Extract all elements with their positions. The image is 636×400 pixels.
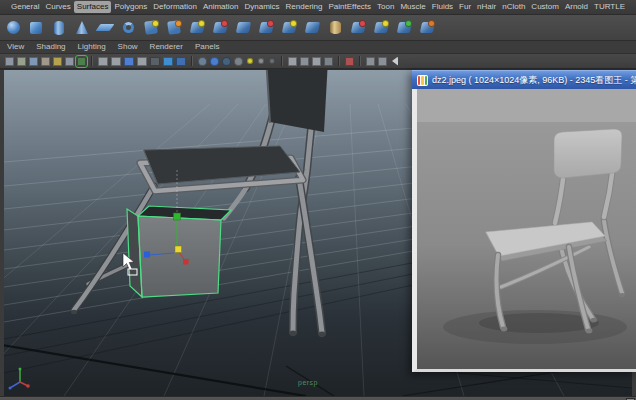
time-slider[interactable] [0, 396, 636, 400]
detach-surfaces-icon[interactable] [372, 19, 390, 37]
image-viewer-window: dz2.jpeg ( 1024×1024像素, 96KB) - 2345看图王 … [412, 70, 636, 372]
nurbs-sphere-icon[interactable] [4, 19, 22, 37]
toolbar-separator [91, 56, 93, 66]
panel-menu-panels[interactable]: Panels [195, 42, 219, 52]
motion-blur-icon[interactable] [176, 57, 186, 66]
menu-item-ncloth[interactable]: nCloth [499, 1, 528, 13]
panel-menu-view[interactable]: View [7, 42, 24, 52]
smooth-shade-icon[interactable] [111, 57, 121, 66]
revolve-icon[interactable] [188, 19, 206, 37]
workspace: persp dz2.jpeg ( 1024×1024像素, 96KB) - 23… [0, 69, 636, 396]
menu-item-curves[interactable]: Curves [42, 1, 73, 13]
select-camera-icon[interactable] [5, 57, 14, 66]
gamma-icon[interactable] [378, 57, 387, 66]
surfaces-shelf [0, 15, 636, 41]
nurbs-torus-icon[interactable] [119, 19, 137, 37]
menu-item-muscle[interactable]: Muscle [397, 1, 428, 13]
nurbs-cube-icon[interactable] [27, 19, 45, 37]
menu-item-polygons[interactable]: Polygons [111, 1, 150, 13]
scale-y-handle[interactable] [174, 213, 181, 220]
wireframe-icon[interactable] [98, 57, 108, 66]
panel-menubar: ViewShadingLightingShowRendererPanels [0, 41, 636, 54]
shadows-icon[interactable] [150, 57, 160, 66]
maya-window: GeneralCurvesSurfacesPolygonsDeformation… [0, 0, 636, 400]
toolbar-separator [191, 56, 193, 66]
menu-item-general[interactable]: General [8, 1, 42, 13]
menu-item-animation[interactable]: Animation [200, 1, 242, 13]
xray-joints-icon[interactable] [269, 58, 275, 64]
isolate-select-icon[interactable] [288, 57, 297, 66]
birail-icon[interactable] [280, 19, 298, 37]
scale-z-handle[interactable] [144, 252, 150, 258]
view-axis-indicator [9, 368, 30, 390]
camera-attributes-icon[interactable] [29, 57, 38, 66]
reference-chair-image [417, 89, 636, 369]
camera-name-label: persp [298, 379, 318, 386]
menu-item-custom[interactable]: Custom [528, 1, 562, 13]
panel-menu-show[interactable]: Show [118, 42, 138, 52]
occlusion-icon[interactable] [234, 57, 243, 66]
texture-indicator-icon[interactable] [247, 58, 253, 64]
pencil-curve-tool-icon[interactable] [165, 19, 183, 37]
grease-pencil-icon[interactable] [77, 57, 86, 66]
toolbar-separator [281, 56, 283, 66]
nurbs-plane-icon[interactable] [96, 19, 114, 37]
rebuild-surface-icon[interactable] [418, 19, 436, 37]
menu-item-deformation[interactable]: Deformation [150, 1, 200, 13]
nurbs-cylinder-icon[interactable] [50, 19, 68, 37]
panel-menu-shading[interactable]: Shading [36, 42, 65, 52]
resolution-gate-icon[interactable] [312, 57, 321, 66]
panel-menu-lighting[interactable]: Lighting [78, 42, 106, 52]
menu-item-arnold[interactable]: Arnold [562, 1, 591, 13]
boundary-icon[interactable] [303, 19, 321, 37]
toolbar-separator [359, 56, 361, 66]
use-default-lighting-icon[interactable] [198, 57, 207, 66]
exposure-icon[interactable] [366, 57, 375, 66]
image-plane-icon[interactable] [53, 57, 62, 66]
screen-space-ao-icon[interactable] [163, 57, 173, 66]
loft-icon[interactable] [211, 19, 229, 37]
image-viewer-title: dz2.jpeg ( 1024×1024像素, 96KB) - 2345看图王 … [432, 74, 636, 87]
lock-camera-icon[interactable] [17, 57, 26, 66]
extrude-icon[interactable] [257, 19, 275, 37]
main-menubar: GeneralCurvesSurfacesPolygonsDeformation… [0, 0, 636, 15]
shadow-lighting-icon[interactable] [222, 57, 231, 66]
image-viewer-content [412, 89, 636, 372]
menu-item-fur[interactable]: Fur [456, 1, 474, 13]
menu-item-rendering[interactable]: Rendering [283, 1, 326, 13]
scale-center-handle[interactable] [175, 246, 182, 253]
xray-icon[interactable] [258, 58, 264, 64]
menu-item-dynamics[interactable]: Dynamics [241, 1, 282, 13]
menu-item-surfaces[interactable]: Surfaces [74, 1, 112, 13]
bevel-plus-icon[interactable] [326, 19, 344, 37]
cv-curve-tool-icon[interactable] [142, 19, 160, 37]
nurbs-cone-icon[interactable] [73, 19, 91, 37]
planar-icon[interactable] [234, 19, 252, 37]
gate-mask-icon[interactable] [324, 57, 333, 66]
menu-item-painteffects[interactable]: PaintEffects [326, 1, 375, 13]
open-close-surfaces-icon[interactable] [395, 19, 413, 37]
bookmark-icon[interactable] [41, 57, 50, 66]
highlight-selection-icon[interactable] [345, 57, 354, 66]
menu-item-toon[interactable]: Toon [374, 1, 397, 13]
textured-icon[interactable] [124, 57, 134, 66]
view-transform-arrow-icon[interactable] [390, 57, 398, 66]
scale-x-handle[interactable] [183, 259, 189, 265]
chair-model [71, 70, 328, 337]
toolbar-separator [338, 56, 340, 66]
menu-item-fluids[interactable]: Fluids [429, 1, 456, 13]
use-all-lights-icon[interactable] [210, 57, 219, 66]
attach-surfaces-icon[interactable] [349, 19, 367, 37]
menu-item-nhair[interactable]: nHair [474, 1, 499, 13]
use-default-material-icon[interactable] [137, 57, 147, 66]
photo-viewer-icon [417, 75, 428, 86]
field-chart-icon[interactable] [300, 57, 309, 66]
image-viewer-titlebar[interactable]: dz2.jpeg ( 1024×1024像素, 96KB) - 2345看图王 … [412, 70, 636, 89]
2d-pan-zoom-icon[interactable] [65, 57, 74, 66]
viewport-toolbar [0, 54, 636, 69]
panel-menu-renderer[interactable]: Renderer [150, 42, 183, 52]
menu-item-turtle[interactable]: TURTLE [591, 1, 628, 13]
